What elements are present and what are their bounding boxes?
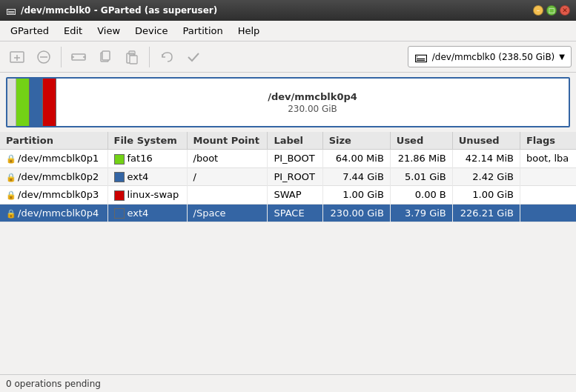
partition-table: Partition File System Mount Point Label … [0,132,576,374]
hdd-icon: 🖴 [414,49,428,64]
maximize-button[interactable]: □ [546,5,557,16]
disk-visualizer: /dev/mmcblk0p4 230.00 GiB [6,77,570,127]
menu-gparted[interactable]: GParted [3,22,56,39]
used-cell: 0.00 B [390,186,452,205]
flags-cell [520,204,576,222]
lock-icon: 🔒 [6,173,16,182]
copy-icon [97,49,113,65]
toolbar: 🖴 /dev/mmcblk0 (238.50 GiB) ▼ [0,41,576,73]
mount-point-cell: /Space [187,204,268,222]
label-cell: SPACE [268,204,322,222]
table-row[interactable]: 🔒/dev/mmcblk0p1fat16/bootPI_BOOT64.00 Mi… [0,150,576,168]
table-row[interactable]: 🔒/dev/mmcblk0p2ext4/PI_ROOT7.44 GiB5.01 … [0,167,576,186]
mount-point-cell [187,186,268,205]
close-button[interactable]: ✕ [560,5,570,16]
segment-ext4-root[interactable] [30,79,43,126]
toolbar-separator-1 [61,47,62,67]
col-mountpoint: Mount Point [187,132,268,150]
unused-cell: 42.14 MiB [452,150,520,168]
svg-rect-10 [130,56,137,64]
menu-device[interactable]: Device [128,22,175,39]
table-row[interactable]: 🔒/dev/mmcblk0p4ext4/SpaceSPACE230.00 GiB… [0,204,576,222]
size-cell: 7.44 GiB [322,167,390,186]
minimize-button[interactable]: – [533,5,543,16]
apply-icon [185,49,202,65]
label-cell: PI_BOOT [268,150,322,168]
new-partition-button[interactable] [4,44,30,70]
col-partition: Partition [0,132,107,150]
selected-partition-label: /dev/mmcblk0p4 [268,91,357,102]
col-label: Label [268,132,322,150]
menu-partition[interactable]: Partition [176,22,231,39]
delete-partition-button[interactable] [31,44,56,70]
device-label: /dev/mmcblk0 (238.50 GiB) [432,52,555,62]
svg-rect-7 [102,51,110,60]
apply-button[interactable] [181,44,206,70]
lock-icon: 🔒 [6,209,16,219]
new-icon [9,49,25,65]
undo-button[interactable] [154,44,179,70]
unused-cell: 1.00 GiB [452,186,520,205]
lock-icon: 🔒 [6,190,16,200]
col-unused: Unused [452,132,520,150]
partitions-table: Partition File System Mount Point Label … [0,132,576,222]
menubar: GParted Edit View Device Partition Help [0,21,576,41]
fs-color-indicator [114,190,125,201]
col-filesystem: File System [107,132,187,150]
flags-cell [520,186,576,205]
filesystem-cell: fat16 [107,150,187,168]
used-cell: 3.79 GiB [390,204,452,222]
device-selector[interactable]: 🖴 /dev/mmcblk0 (238.50 GiB) ▼ [408,46,572,67]
size-cell: 1.00 GiB [322,186,390,205]
partition-name: 🔒/dev/mmcblk0p4 [0,204,107,222]
titlebar: 🖴 /dev/mmcblk0 - GParted (as superuser) … [0,0,576,21]
partition-name: 🔒/dev/mmcblk0p3 [0,186,107,205]
label-cell: SWAP [268,186,322,205]
window-title: /dev/mmcblk0 - GParted (as superuser) [21,5,533,16]
partition-name: 🔒/dev/mmcblk0p2 [0,167,107,186]
used-cell: 5.01 GiB [390,167,452,186]
lock-icon: 🔒 [6,154,16,164]
size-cell: 230.00 GiB [322,204,390,222]
delete-icon [36,49,52,65]
col-used: Used [390,132,452,150]
copy-button[interactable] [93,44,118,70]
fs-color-indicator [114,208,125,219]
size-cell: 64.00 MiB [322,150,390,168]
col-flags: Flags [520,132,576,150]
flags-cell: boot, lba [520,150,576,168]
mount-point-cell: /boot [187,150,268,168]
fs-color-indicator [114,172,125,182]
used-cell: 21.86 MiB [390,150,452,168]
toolbar-separator-2 [149,47,150,67]
segment-linux-swap[interactable] [43,79,56,126]
resize-button[interactable] [66,44,91,70]
menu-edit[interactable]: Edit [56,22,90,39]
col-size: Size [322,132,390,150]
unused-cell: 226.21 GiB [452,204,520,222]
filesystem-cell: ext4 [107,167,187,186]
partition-name: 🔒/dev/mmcblk0p1 [0,150,107,168]
resize-icon [70,49,87,65]
statusbar: 0 operations pending [0,374,576,392]
segment-ext4-space[interactable]: /dev/mmcblk0p4 230.00 GiB [56,79,569,126]
selected-partition-size: 230.00 GiB [288,104,337,114]
mount-point-cell: / [187,167,268,186]
label-cell: PI_ROOT [268,167,322,186]
menu-view[interactable]: View [90,22,128,39]
paste-button[interactable] [119,44,145,70]
paste-icon [124,49,140,65]
fs-color-indicator [114,154,125,165]
table-header-row: Partition File System Mount Point Label … [0,132,576,150]
filesystem-cell: linux-swap [107,186,187,205]
filesystem-cell: ext4 [107,204,187,222]
flags-cell [520,167,576,186]
menu-help[interactable]: Help [231,22,268,39]
table-row[interactable]: 🔒/dev/mmcblk0p3linux-swapSWAP1.00 GiB0.0… [0,186,576,205]
segment-fat16[interactable] [16,79,30,126]
window-app-icon: 🖴 [6,4,16,16]
unused-cell: 2.42 GiB [452,167,520,186]
undo-icon [159,49,175,65]
segment-unallocated-left [7,79,16,126]
status-text: 0 operations pending [6,379,101,389]
